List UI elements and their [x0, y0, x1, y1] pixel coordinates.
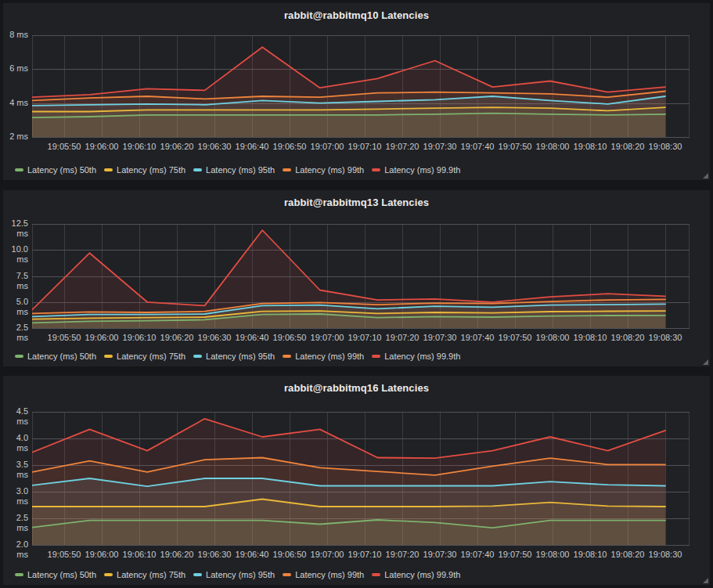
legend-color-dash-icon	[372, 168, 380, 171]
y-tick-label: 2 ms	[3, 132, 28, 142]
legend-label: Latency (ms) 75th	[117, 352, 185, 361]
legend-item[interactable]: Latency (ms) 95th	[193, 165, 275, 175]
series-area	[32, 419, 665, 545]
legend: Latency (ms) 50thLatency (ms) 75thLatenc…	[15, 570, 468, 579]
x-tick-label: 19:07:20	[386, 333, 420, 342]
panel-resize-handle-icon[interactable]	[703, 578, 708, 583]
legend-label: Latency (ms) 99.9th	[384, 570, 460, 579]
x-tick-label: 19:08:30	[649, 550, 682, 559]
x-tick-label: 19:07:50	[499, 333, 532, 342]
x-tick-label: 19:06:20	[160, 333, 194, 342]
legend-color-dash-icon	[15, 355, 23, 358]
x-tick-label: 19:07:20	[386, 550, 420, 559]
legend-color-dash-icon	[283, 573, 291, 576]
x-tick-label: 19:07:50	[499, 550, 532, 559]
legend-color-dash-icon	[104, 168, 113, 171]
legend-color-dash-icon	[193, 355, 202, 358]
legend-item[interactable]: Latency (ms) 50th	[15, 352, 96, 361]
legend-color-dash-icon	[372, 573, 380, 576]
x-tick-label: 19:06:00	[85, 550, 119, 559]
x-tick-label: 19:06:30	[198, 333, 232, 342]
x-tick-label: 19:08:30	[649, 142, 682, 151]
y-tick-label: 4.5 ms	[3, 406, 28, 427]
x-tick-label: 19:07:40	[461, 333, 495, 342]
legend-item[interactable]: Latency (ms) 99th	[283, 352, 364, 361]
legend-label: Latency (ms) 99th	[295, 165, 364, 175]
legend-item[interactable]: Latency (ms) 99.9th	[372, 165, 460, 175]
legend-label: Latency (ms) 75th	[117, 165, 185, 175]
legend-color-dash-icon	[372, 355, 380, 358]
legend-label: Latency (ms) 99.9th	[384, 165, 460, 175]
x-tick-label: 19:05:50	[48, 333, 81, 342]
y-tick-label: 2.5 ms	[3, 323, 28, 343]
legend-item[interactable]: Latency (ms) 99th	[283, 165, 364, 175]
legend-item[interactable]: Latency (ms) 99th	[283, 570, 364, 579]
x-tick-label: 19:06:20	[160, 142, 194, 151]
legend-label: Latency (ms) 99th	[295, 570, 364, 579]
legend-label: Latency (ms) 99th	[295, 352, 364, 361]
y-tick-label: 4 ms	[3, 98, 28, 108]
panel-title[interactable]: rabbit@rabbitmq16 Latencies	[3, 382, 710, 394]
series-area	[32, 230, 665, 328]
x-tick-label: 19:07:10	[348, 333, 382, 342]
x-tick-label: 19:06:50	[273, 142, 307, 151]
x-tick-label: 19:07:40	[461, 142, 495, 151]
y-tick-label: 2.0 ms	[3, 539, 28, 560]
legend-item[interactable]: Latency (ms) 95th	[193, 570, 275, 579]
legend-label: Latency (ms) 50th	[27, 570, 96, 579]
chart-canvas	[32, 223, 690, 329]
x-tick-label: 19:07:10	[348, 142, 382, 151]
chart-canvas	[32, 411, 690, 546]
x-tick-label: 19:08:20	[611, 550, 645, 559]
legend-item[interactable]: Latency (ms) 95th	[193, 352, 275, 361]
x-tick-label: 19:07:40	[461, 550, 495, 559]
chart-plot-area[interactable]	[32, 411, 690, 546]
legend-color-dash-icon	[104, 573, 113, 576]
chart-canvas	[32, 34, 690, 138]
panel-title[interactable]: rabbit@rabbitmq10 Latencies	[3, 9, 710, 21]
panel-rabbitmq10-latencies: rabbit@rabbitmq10 Latencies 8 ms6 ms4 ms…	[3, 3, 710, 180]
x-tick-label: 19:08:30	[649, 333, 682, 342]
legend-label: Latency (ms) 99.9th	[384, 352, 460, 361]
x-tick-label: 19:08:00	[536, 142, 570, 151]
x-tick-label: 19:08:10	[574, 142, 607, 151]
x-tick-label: 19:06:10	[123, 142, 157, 151]
panel-resize-handle-icon[interactable]	[703, 359, 708, 365]
x-tick-label: 19:06:40	[236, 333, 269, 342]
x-tick-label: 19:08:20	[611, 333, 645, 342]
legend: Latency (ms) 50thLatency (ms) 75thLatenc…	[15, 165, 468, 175]
legend-color-dash-icon	[104, 355, 113, 358]
x-tick-label: 19:07:20	[386, 142, 420, 151]
panel-resize-handle-icon[interactable]	[703, 173, 708, 179]
legend-color-dash-icon	[15, 168, 23, 171]
legend-item[interactable]: Latency (ms) 50th	[15, 165, 96, 175]
legend-label: Latency (ms) 95th	[206, 352, 275, 361]
x-tick-label: 19:06:50	[273, 333, 307, 342]
legend-item[interactable]: Latency (ms) 99.9th	[372, 570, 460, 579]
y-tick-label: 3.0 ms	[3, 486, 28, 507]
legend-item[interactable]: Latency (ms) 75th	[104, 570, 185, 579]
panel-title[interactable]: rabbit@rabbitmq13 Latencies	[3, 197, 710, 208]
y-tick-label: 6 ms	[3, 63, 28, 74]
legend-color-dash-icon	[283, 355, 291, 358]
legend-color-dash-icon	[193, 168, 202, 171]
legend-item[interactable]: Latency (ms) 99.9th	[372, 352, 460, 361]
x-tick-label: 19:08:10	[574, 333, 607, 342]
x-tick-label: 19:06:20	[160, 550, 194, 559]
y-tick-label: 5.0 ms	[3, 297, 28, 317]
y-tick-label: 3.5 ms	[3, 460, 28, 480]
legend-label: Latency (ms) 95th	[206, 570, 275, 579]
chart-plot-area[interactable]	[32, 223, 690, 329]
y-tick-label: 7.5 ms	[3, 271, 28, 291]
legend-item[interactable]: Latency (ms) 75th	[104, 165, 185, 175]
legend-color-dash-icon	[15, 573, 23, 576]
x-tick-label: 19:08:20	[611, 142, 645, 151]
x-tick-label: 19:06:00	[85, 142, 119, 151]
y-tick-label: 12.5 ms	[3, 218, 28, 239]
chart-plot-area[interactable]	[32, 34, 690, 138]
legend-item[interactable]: Latency (ms) 75th	[104, 352, 185, 361]
series-area	[32, 47, 665, 137]
legend-item[interactable]: Latency (ms) 50th	[15, 570, 96, 579]
x-tick-label: 19:08:10	[574, 550, 607, 559]
y-tick-label: 8 ms	[3, 30, 28, 40]
